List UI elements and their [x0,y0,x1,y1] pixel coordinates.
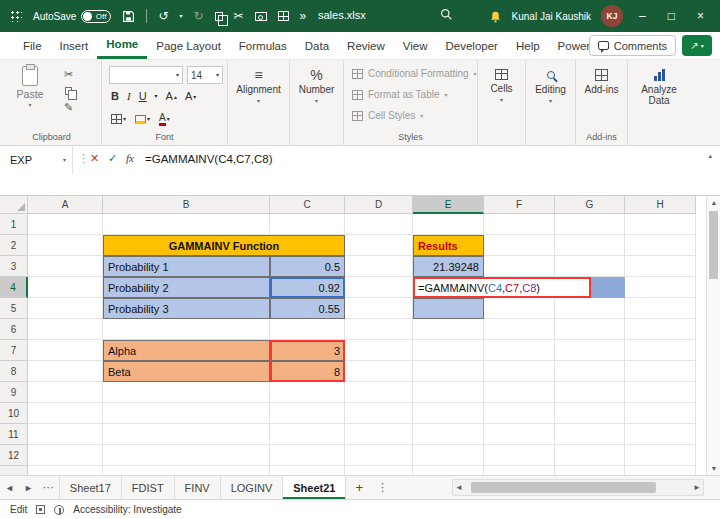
alignment-button[interactable]: ≡ Alignment ▾ [228,60,289,145]
vertical-scrollbar[interactable]: ▲ ▼ [706,196,720,475]
cancel-entry-button[interactable]: ✕ [90,152,99,165]
cell-E5[interactable] [413,298,484,319]
column-header-A[interactable]: A [28,196,103,214]
sheet-list-icon[interactable]: ⋯ [38,476,59,499]
cell-B9[interactable] [103,382,270,403]
cell-D4[interactable] [345,277,413,298]
cell-B4[interactable]: Probability 2 [103,277,270,298]
cell-A3[interactable] [28,256,103,277]
row-header-12[interactable]: 12 [0,445,28,466]
tab-formulas[interactable]: Formulas [230,32,296,59]
cell-F3[interactable] [484,256,555,277]
tab-view[interactable]: View [394,32,437,59]
underline-button[interactable]: U [139,90,147,102]
cell-A11[interactable] [28,424,103,445]
avatar[interactable]: KJ [601,5,623,27]
paste-button[interactable]: Paste ▾ [10,66,50,108]
cell-C13[interactable] [270,466,345,475]
cell-E1[interactable] [413,214,484,235]
cell-D7[interactable] [345,340,413,361]
undo-icon[interactable]: ↺ [158,10,168,22]
save-icon[interactable] [122,10,135,23]
cell-B1[interactable] [103,214,270,235]
cell-F13[interactable] [484,466,555,475]
row-header-3[interactable]: 3 [0,256,28,277]
document-title[interactable]: sales.xlsx [318,9,366,21]
shrink-font-button[interactable]: A▾ [185,90,196,102]
search-icon[interactable] [440,8,453,21]
row-header-6[interactable]: 6 [0,319,28,340]
column-header-H[interactable]: H [625,196,696,214]
conditional-formatting-button[interactable]: Conditional Formatting▾ [352,68,477,79]
cell-G11[interactable] [555,424,625,445]
tab-file[interactable]: File [14,32,51,59]
cell-G2[interactable] [555,235,625,256]
cell-E4-formula-edit[interactable]: =GAMMAINV(C4,C7,C8) [413,277,591,298]
cell-H1[interactable] [625,214,696,235]
cell-E10[interactable] [413,403,484,424]
cell-C1[interactable] [270,214,345,235]
cell-B3[interactable]: Probability 1 [103,256,270,277]
cell-F12[interactable] [484,445,555,466]
scroll-left-icon[interactable]: ◄ [455,483,463,492]
cell-C11[interactable] [270,424,345,445]
macro-record-icon[interactable] [36,505,45,514]
format-as-table-button[interactable]: Format as Table▾ [352,89,448,100]
formula-bar-collapse-icon[interactable]: ▴ [708,152,712,160]
scroll-right-icon[interactable]: ► [693,483,701,492]
confirm-entry-button[interactable]: ✓ [108,152,117,165]
analyze-data-button[interactable]: Analyze Data [628,60,690,145]
sheet-nav-left-icon[interactable]: ◄ [0,476,19,499]
row-header-8[interactable]: 8 [0,361,28,382]
horizontal-scroll-thumb[interactable] [471,482,656,493]
paste-dropdown-icon[interactable]: ▾ [28,102,31,108]
cell-H3[interactable] [625,256,696,277]
undo-dropdown-icon[interactable]: ▾ [179,13,182,19]
table-icon[interactable] [278,11,289,21]
column-header-B[interactable]: B [103,196,270,214]
cell-D12[interactable] [345,445,413,466]
cell-D3[interactable] [345,256,413,277]
cut-button-icon[interactable]: ✂ [64,68,73,81]
horizontal-scroll-track[interactable] [465,482,691,493]
cell-H5[interactable] [625,298,696,319]
cell-G1[interactable] [555,214,625,235]
scroll-down-icon[interactable]: ▼ [707,465,720,472]
cell-D10[interactable] [345,403,413,424]
comments-button[interactable]: Comments [589,35,676,56]
row-header-7[interactable]: 7 [0,340,28,361]
cell-B11[interactable] [103,424,270,445]
cell-H6[interactable] [625,319,696,340]
cell-H10[interactable] [625,403,696,424]
tab-home[interactable]: Home [97,32,147,59]
font-name-select[interactable]: ▾ [109,66,183,84]
row-header-10[interactable]: 10 [0,403,28,424]
cell-E6[interactable] [413,319,484,340]
clipboard-icon[interactable] [215,12,223,21]
cell-H8[interactable] [625,361,696,382]
column-header-F[interactable]: F [484,196,555,214]
autosave-pill[interactable]: Off [81,10,111,23]
cell-F6[interactable] [484,319,555,340]
scroll-up-icon[interactable]: ▲ [707,199,720,206]
cell-E8[interactable] [413,361,484,382]
row-header-11[interactable]: 11 [0,424,28,445]
tab-insert[interactable]: Insert [51,32,98,59]
sheet-tab-sheet17[interactable]: Sheet17 [59,476,122,499]
cell-C3[interactable]: 0.5 [270,256,345,277]
cell-D13[interactable] [345,466,413,475]
cell-title-B2[interactable]: GAMMAINV Function [103,235,345,256]
tab-developer[interactable]: Developer [437,32,507,59]
more-commands-chevron-icon[interactable]: » [300,10,307,22]
cell-A6[interactable] [28,319,103,340]
cell-B12[interactable] [103,445,270,466]
formula-input[interactable]: =GAMMAINV(C4,C7,C8) [145,153,272,165]
cell-G7[interactable] [555,340,625,361]
cell-H2[interactable] [625,235,696,256]
picture-icon[interactable] [255,12,267,21]
cell-E9[interactable] [413,382,484,403]
cell-styles-button[interactable]: Cell Styles▾ [352,110,423,121]
cell-D1[interactable] [345,214,413,235]
sheet-tab-fdist[interactable]: FDIST [122,476,175,499]
cell-D9[interactable] [345,382,413,403]
